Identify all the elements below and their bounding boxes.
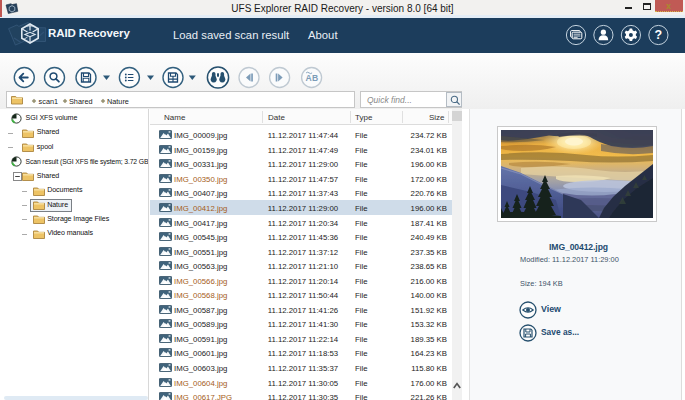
svg-text:?: ? bbox=[655, 28, 663, 42]
svg-text:B: B bbox=[312, 73, 318, 83]
svg-text:A: A bbox=[306, 73, 312, 83]
